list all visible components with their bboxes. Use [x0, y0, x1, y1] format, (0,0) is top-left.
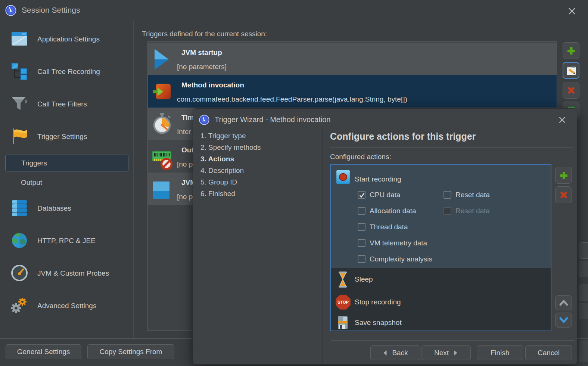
gears-icon [10, 297, 28, 314]
action-label: Save snapshot [355, 319, 402, 327]
session-settings-window: Session Settings Application Settings [0, 0, 588, 366]
edge-button[interactable] [579, 303, 588, 319]
add-action-button[interactable] [555, 167, 572, 184]
action-label: Start recording [355, 175, 401, 183]
checkbox-cpu-data[interactable] [358, 191, 365, 199]
sidebar-item-call-tree-recording[interactable]: Call Tree Recording [0, 61, 133, 84]
wizard-step-6[interactable]: 6. Finished [200, 190, 235, 198]
edit-icon [566, 65, 577, 76]
trigger-subtitle: com.commafeed.backend.feed.FeedParser.pa… [177, 95, 407, 103]
wizard-step-2[interactable]: 2. Specify methods [200, 143, 261, 152]
sleep-hourglass-icon [337, 271, 349, 288]
subitem-label: Output [21, 175, 128, 190]
checkbox-allocation-data[interactable] [358, 207, 365, 215]
wizard-panel-divider [322, 127, 323, 365]
window-close-button[interactable] [562, 3, 582, 19]
checkbox-complexity-analysis[interactable] [358, 255, 365, 263]
edge-button[interactable] [579, 285, 588, 301]
action-item-stop-recording[interactable]: STOP Stop recording [331, 291, 551, 314]
call-tree-icon [10, 62, 28, 80]
database-icon [10, 199, 28, 217]
wizard-step-3[interactable]: 3. Actions [200, 155, 234, 163]
app-window-icon [10, 30, 28, 48]
back-button[interactable]: Back [370, 345, 420, 360]
jprofiler-logo-icon [5, 5, 16, 16]
chevron-up-icon [559, 299, 569, 307]
gauge-icon [10, 264, 28, 282]
heading-divider [330, 147, 573, 148]
plus-icon [566, 46, 576, 56]
memory-no-icon [152, 149, 173, 172]
sidebar-item-label: Call Tree Recording [37, 67, 100, 76]
plus-icon [559, 171, 569, 180]
action-item-start-recording[interactable]: Start recording CPU data Allocation data… [331, 165, 551, 268]
wizard-page-heading: Configure actions for this trigger [330, 131, 476, 142]
sidebar-item-jvm-custom-probes[interactable]: JVM & Custom Probes [0, 263, 133, 286]
edge-button[interactable] [579, 261, 588, 277]
checkbox-label[interactable]: Allocation data [370, 207, 416, 215]
sidebar-item-trigger-settings[interactable]: Trigger Settings [0, 126, 133, 149]
action-item-sleep[interactable]: Sleep [331, 268, 551, 291]
checkbox-label[interactable]: Reset data [455, 191, 490, 199]
cancel-button[interactable]: Cancel [525, 345, 572, 360]
wizard-close-button[interactable] [553, 112, 572, 128]
delete-x-icon [566, 86, 576, 95]
finish-button[interactable]: Finish [477, 345, 523, 360]
sidebar-item-label: JVM & Custom Probes [37, 269, 109, 278]
trigger-row-method-invocation[interactable]: Method invocation com.commafeed.backend.… [148, 75, 557, 108]
configured-actions-list: Start recording CPU data Allocation data… [330, 164, 551, 331]
check-icon [359, 192, 365, 198]
back-label: Back [392, 349, 408, 357]
move-action-down-button[interactable] [555, 313, 572, 328]
trigger-subtitle: Inter [177, 128, 191, 136]
close-icon [566, 6, 578, 17]
trigger-title: Tim [181, 114, 194, 122]
checkbox-thread-data[interactable] [358, 223, 365, 231]
action-label: Stop recording [355, 298, 401, 306]
move-action-up-button[interactable] [555, 295, 572, 310]
edge-button[interactable] [579, 341, 588, 362]
edge-button[interactable] [579, 242, 588, 259]
configured-actions-label: Configured actions: [330, 153, 391, 161]
sidebar-subitem-triggers[interactable]: Triggers [5, 155, 128, 171]
sidebar-item-http-rpc-jee[interactable]: HTTP, RPC & JEE [0, 230, 133, 253]
wizard-step-1[interactable]: 1. Trigger type [200, 132, 246, 140]
sidebar-item-application-settings[interactable]: Application Settings [0, 28, 133, 52]
flag-icon [10, 127, 28, 145]
action-item-save-snapshot[interactable]: Save snapshot [331, 314, 551, 331]
copy-settings-from-button[interactable]: Copy Settings From [87, 344, 174, 359]
stopwatch-icon [153, 113, 171, 137]
checkbox-label[interactable]: CPU data [370, 191, 400, 199]
sidebar-item-label: Databases [37, 204, 71, 213]
sidebar-subitem-output[interactable]: Output [5, 175, 128, 190]
trigger-row-jvm-startup[interactable]: JVM startup [no parameters] [148, 43, 557, 75]
next-button[interactable]: Next [421, 345, 471, 360]
edit-trigger-button[interactable] [563, 62, 579, 79]
trigger-subtitle: [no p [177, 193, 193, 201]
close-icon [557, 115, 567, 125]
sidebar-item-databases[interactable]: Databases [0, 198, 133, 221]
sidebar-divider [133, 21, 134, 338]
trigger-wizard-dialog: Trigger Wizard - Method invocation 1. Tr… [193, 108, 577, 365]
delete-trigger-button[interactable] [563, 82, 579, 99]
wizard-step-4[interactable]: 4. Description [200, 167, 244, 175]
checkbox-label[interactable]: Thread data [370, 223, 408, 231]
delete-action-button[interactable] [555, 186, 572, 203]
checkbox-vm-telemetry-data[interactable] [358, 239, 365, 247]
add-trigger-button[interactable] [563, 42, 579, 59]
sidebar-item-call-tree-filters[interactable]: Call Tree Filters [0, 93, 133, 117]
sidebar-item-advanced-settings[interactable]: Advanced Settings [0, 295, 133, 318]
sidebar-item-label: Trigger Settings [37, 132, 87, 141]
subitem-label: Triggers [21, 155, 128, 171]
trigger-title: Out [181, 146, 194, 154]
wizard-step-5[interactable]: 5. Group ID [200, 178, 237, 186]
checkbox-label[interactable]: Complexity analysis [370, 255, 432, 263]
trigger-subtitle: [no parameters] [177, 63, 227, 71]
checkbox-label[interactable]: VM telemetry data [370, 239, 427, 247]
buttons-divider [331, 340, 574, 341]
checkbox-reset-data-cpu[interactable] [444, 191, 451, 199]
start-recording-icon [336, 170, 350, 184]
next-arrow-icon [453, 350, 458, 356]
sidebar-item-label: Application Settings [37, 35, 100, 44]
general-settings-button[interactable]: General Settings [6, 344, 81, 359]
